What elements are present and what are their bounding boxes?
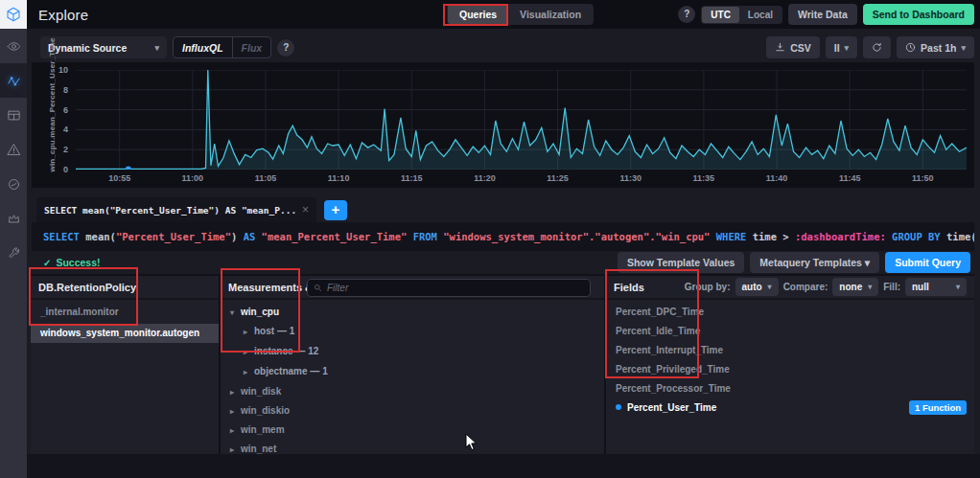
- chart-y-axis: 0246810: [32, 70, 72, 170]
- field-item[interactable]: Percent_Processor_Time: [606, 381, 974, 396]
- query-toolbar: Dynamic Source ▾ InfluxQL Flux ? CSV II …: [40, 35, 974, 59]
- flux-toggle-button[interactable]: Flux: [233, 37, 271, 57]
- field-item[interactable]: Percent_User_Time1 Function: [606, 400, 974, 415]
- sidebar-item-data-explorer[interactable]: [0, 63, 27, 98]
- chevron-down-icon: ▾: [845, 43, 850, 53]
- db-item[interactable]: _internal.monitor: [31, 305, 219, 319]
- tag-item[interactable]: ▸host — 1: [221, 324, 604, 338]
- query-segment: GROUP BY: [892, 231, 946, 242]
- compare-value: none: [839, 282, 862, 292]
- page-title: Explore: [38, 7, 88, 23]
- sidebar-item-alerts[interactable]: [0, 132, 27, 167]
- collapse-caret-icon[interactable]: ▾: [230, 306, 241, 320]
- source-dropdown-label: Dynamic Source: [48, 42, 127, 54]
- query-segment: "Percent_User_Time": [116, 231, 231, 242]
- download-icon: [775, 42, 785, 53]
- measurement-item[interactable]: ▸win_disk: [221, 384, 604, 398]
- query-segment: FROM: [413, 231, 444, 242]
- clock-icon: [905, 42, 916, 53]
- expand-caret-icon[interactable]: ▸: [244, 345, 254, 359]
- query-tab[interactable]: SELECT mean("Percent_User_Time") AS "mea…: [36, 197, 316, 222]
- metaquery-templates-dropdown[interactable]: Metaquery Templates ▾: [750, 252, 879, 273]
- chronograf-logo-icon: [6, 7, 21, 22]
- measurement-item[interactable]: ▾win_cpu: [221, 305, 604, 319]
- db-item[interactable]: windows_system_monitor.autogen: [31, 324, 219, 343]
- chart-panel: win_cpu.mean_Percent_User_Time 0246810 1…: [32, 62, 974, 188]
- expand-caret-icon[interactable]: ▸: [244, 365, 254, 379]
- measurement-filter-input[interactable]: [327, 283, 584, 293]
- time-range-dropdown[interactable]: Past 1h ▾: [897, 36, 974, 58]
- compare-dropdown[interactable]: none ▾: [832, 278, 878, 296]
- chevron-down-icon: ▾: [768, 283, 772, 291]
- query-tabs-row: SELECT mean("Percent_User_Time") AS "mea…: [36, 197, 974, 222]
- chronograf-logo[interactable]: [0, 0, 27, 29]
- time-range-label: Past 1h: [921, 42, 956, 54]
- chart-point-marker: [126, 166, 131, 170]
- query-segment: mean(: [85, 231, 116, 242]
- query-action-buttons: Show Template Values Metaquery Templates…: [618, 252, 970, 273]
- x-tick-label: 11:10: [328, 173, 350, 183]
- help-icon[interactable]: ?: [678, 6, 695, 23]
- measurement-item[interactable]: ▸win_mem: [221, 422, 604, 437]
- source-dropdown[interactable]: Dynamic Source ▾: [40, 36, 167, 58]
- query-segment: time(: [946, 231, 974, 242]
- utc-toggle-button[interactable]: UTC: [702, 7, 739, 23]
- x-tick-label: 11:00: [182, 173, 204, 183]
- field-controls: Group by: auto ▾ Compare: none ▾ Fill: n…: [685, 278, 967, 296]
- query-status-label: Success!: [56, 257, 100, 268]
- field-item[interactable]: Percent_Idle_Time: [606, 324, 974, 338]
- sidebar-item-dashboards[interactable]: [0, 98, 27, 132]
- query-segment: AS: [244, 231, 262, 242]
- x-tick-label: 11:05: [255, 173, 277, 183]
- fill-dropdown[interactable]: null ▾: [905, 278, 967, 296]
- field-item[interactable]: Percent_DPC_Time: [606, 305, 974, 319]
- pulse-graph-icon: [7, 74, 21, 88]
- expand-caret-icon[interactable]: ▸: [230, 423, 241, 438]
- download-csv-button[interactable]: CSV: [766, 36, 820, 58]
- function-count-badge[interactable]: 1 Function: [909, 400, 967, 415]
- group-by-dropdown[interactable]: auto ▾: [735, 278, 779, 296]
- x-tick-label: 11:30: [619, 173, 642, 183]
- metaquery-templates-label: Metaquery Templates: [759, 257, 862, 268]
- write-data-button[interactable]: Write Data: [788, 4, 857, 25]
- show-template-values-button[interactable]: Show Template Values: [618, 252, 744, 273]
- chevron-down-icon: ▾: [961, 43, 966, 53]
- sidebar-item-configuration[interactable]: [0, 236, 27, 270]
- language-help-icon[interactable]: ?: [277, 39, 294, 57]
- field-item[interactable]: Percent_Privileged_Time: [606, 362, 974, 376]
- query-tab-label: SELECT mean("Percent_User_Time") AS "mea…: [44, 205, 296, 216]
- submit-query-button[interactable]: Submit Query: [885, 252, 970, 273]
- timezone-toggle: UTC Local: [701, 6, 782, 24]
- send-to-dashboard-button[interactable]: Send to Dashboard: [863, 4, 974, 25]
- selected-field-dot-icon: [616, 404, 621, 410]
- search-icon: [314, 284, 322, 292]
- measurement-item[interactable]: ▸win_diskio: [221, 403, 604, 418]
- chart-plot[interactable]: [76, 70, 967, 170]
- chart-svg: [76, 70, 967, 170]
- expand-caret-icon[interactable]: ▸: [230, 385, 241, 399]
- tag-item[interactable]: ▸instance — 12: [221, 344, 604, 358]
- expand-caret-icon[interactable]: ▸: [230, 404, 241, 419]
- fields-list: Percent_DPC_TimePercent_Idle_TimePercent…: [606, 300, 974, 415]
- sidebar-item-admin[interactable]: [0, 201, 27, 236]
- local-toggle-button[interactable]: Local: [739, 7, 782, 23]
- query-editor[interactable]: SELECT mean("Percent_User_Time") AS "mea…: [32, 222, 974, 251]
- tab-visualization[interactable]: Visualization: [508, 5, 593, 24]
- influxql-toggle-button[interactable]: InfluxQL: [174, 37, 233, 57]
- refresh-button[interactable]: [863, 36, 891, 58]
- x-tick-label: 10:55: [108, 173, 130, 183]
- expand-caret-icon[interactable]: ▸: [244, 325, 254, 339]
- crown-icon: [7, 212, 21, 226]
- close-query-tab-icon[interactable]: ×: [296, 203, 309, 216]
- sidebar-item-hosts[interactable]: [0, 29, 27, 63]
- group-by-value: auto: [742, 282, 762, 292]
- alert-triangle-icon: [7, 143, 21, 157]
- tag-item[interactable]: ▸objectname — 1: [221, 364, 604, 378]
- topbar-right: ? UTC Local Write Data Send to Dashboard: [678, 4, 974, 25]
- pause-refresh-dropdown[interactable]: II ▾: [826, 36, 857, 58]
- add-query-button[interactable]: +: [324, 200, 347, 220]
- query-segment: :dashboardTime:: [795, 231, 886, 242]
- sidebar-item-kapacitor[interactable]: [0, 167, 27, 201]
- field-item[interactable]: Percent_Interrupt_Time: [606, 343, 974, 357]
- tab-queries[interactable]: Queries: [448, 5, 508, 24]
